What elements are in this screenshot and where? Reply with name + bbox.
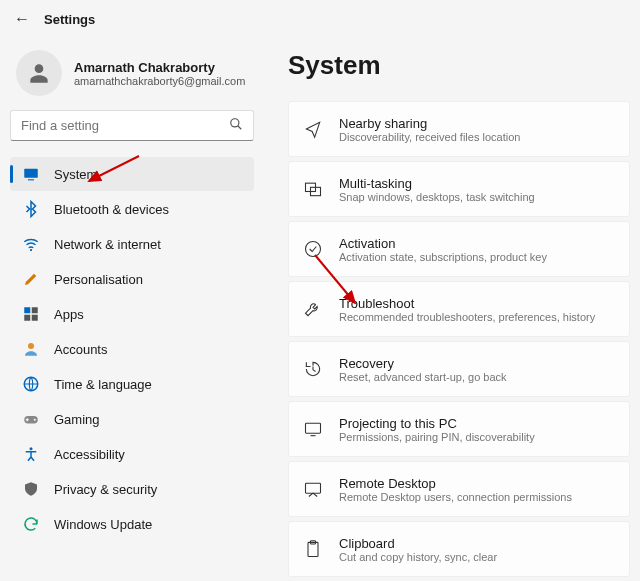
sidebar-item-apps[interactable]: Apps [10, 297, 254, 331]
card-nearby-sharing[interactable]: Nearby sharing Discoverability, received… [288, 101, 630, 157]
sidebar-item-label: Privacy & security [54, 482, 157, 497]
sidebar-item-bluetooth[interactable]: Bluetooth & devices [10, 192, 254, 226]
sidebar-item-label: Personalisation [54, 272, 143, 287]
card-title: Nearby sharing [339, 116, 520, 131]
windows-icon [303, 179, 323, 199]
svg-rect-18 [306, 483, 321, 493]
share-icon [303, 119, 323, 139]
globe-icon [22, 375, 40, 393]
search-box[interactable] [10, 110, 254, 141]
sidebar-item-update[interactable]: Windows Update [10, 507, 254, 541]
card-title: Remote Desktop [339, 476, 572, 491]
page-title: System [288, 50, 630, 81]
card-subtitle: Recommended troubleshooters, preferences… [339, 311, 595, 323]
sidebar-item-label: Network & internet [54, 237, 161, 252]
checkmark-circle-icon [303, 239, 323, 259]
sidebar-item-personalisation[interactable]: Personalisation [10, 262, 254, 296]
sidebar: Amarnath Chakraborty amarnathchakraborty… [0, 34, 258, 579]
svg-point-0 [231, 119, 239, 127]
sidebar-item-label: Accessibility [54, 447, 125, 462]
card-remote-desktop[interactable]: Remote Desktop Remote Desktop users, con… [288, 461, 630, 517]
sidebar-item-label: Gaming [54, 412, 100, 427]
card-clipboard[interactable]: Clipboard Cut and copy history, sync, cl… [288, 521, 630, 577]
card-subtitle: Permissions, pairing PIN, discoverabilit… [339, 431, 535, 443]
header-title: Settings [44, 12, 95, 27]
back-arrow-icon[interactable]: ← [14, 10, 30, 28]
svg-rect-7 [24, 315, 30, 321]
card-title: Troubleshoot [339, 296, 595, 311]
card-title: Recovery [339, 356, 507, 371]
card-projecting[interactable]: Projecting to this PC Permissions, pairi… [288, 401, 630, 457]
svg-rect-3 [28, 179, 34, 180]
svg-rect-2 [24, 169, 38, 178]
profile-block[interactable]: Amarnath Chakraborty amarnathchakraborty… [10, 44, 254, 110]
sidebar-item-label: Bluetooth & devices [54, 202, 169, 217]
svg-point-16 [306, 242, 321, 257]
project-icon [303, 419, 323, 439]
svg-point-13 [30, 447, 33, 450]
sidebar-item-label: System [54, 167, 97, 182]
sidebar-item-label: Time & language [54, 377, 152, 392]
card-subtitle: Remote Desktop users, connection permiss… [339, 491, 572, 503]
svg-rect-8 [32, 315, 38, 321]
svg-point-9 [28, 343, 34, 349]
sidebar-item-network[interactable]: Network & internet [10, 227, 254, 261]
apps-icon [22, 305, 40, 323]
sidebar-nav: System Bluetooth & devices Network & int… [10, 157, 254, 541]
card-title: Projecting to this PC [339, 416, 535, 431]
monitor-icon [22, 165, 40, 183]
history-icon [303, 359, 323, 379]
settings-card-list: Nearby sharing Discoverability, received… [288, 101, 630, 577]
sidebar-item-label: Windows Update [54, 517, 152, 532]
paint-icon [22, 270, 40, 288]
card-recovery[interactable]: Recovery Reset, advanced start-up, go ba… [288, 341, 630, 397]
sidebar-item-label: Accounts [54, 342, 107, 357]
card-subtitle: Reset, advanced start-up, go back [339, 371, 507, 383]
card-activation[interactable]: Activation Activation state, subscriptio… [288, 221, 630, 277]
card-troubleshoot[interactable]: Troubleshoot Recommended troubleshooters… [288, 281, 630, 337]
card-subtitle: Activation state, subscriptions, product… [339, 251, 547, 263]
svg-rect-17 [306, 423, 321, 433]
svg-point-12 [34, 419, 36, 421]
profile-name: Amarnath Chakraborty [74, 60, 245, 75]
svg-line-1 [238, 126, 242, 130]
sidebar-item-gaming[interactable]: Gaming [10, 402, 254, 436]
avatar [16, 50, 62, 96]
person-icon [26, 60, 52, 86]
wrench-icon [303, 299, 323, 319]
sidebar-item-accounts[interactable]: Accounts [10, 332, 254, 366]
sidebar-item-label: Apps [54, 307, 84, 322]
card-subtitle: Discoverability, received files location [339, 131, 520, 143]
card-subtitle: Cut and copy history, sync, clear [339, 551, 497, 563]
card-title: Multi-tasking [339, 176, 535, 191]
svg-point-4 [30, 249, 32, 251]
card-title: Activation [339, 236, 547, 251]
sidebar-item-accessibility[interactable]: Accessibility [10, 437, 254, 471]
svg-rect-5 [24, 307, 30, 313]
main-panel: System Nearby sharing Discoverability, r… [258, 34, 640, 579]
gamepad-icon [22, 410, 40, 428]
profile-email: amarnathchakraborty6@gmail.com [74, 75, 245, 87]
svg-rect-6 [32, 307, 38, 313]
remote-icon [303, 479, 323, 499]
sidebar-item-system[interactable]: System [10, 157, 254, 191]
sidebar-item-time[interactable]: Time & language [10, 367, 254, 401]
clipboard-icon [303, 539, 323, 559]
update-icon [22, 515, 40, 533]
search-input[interactable] [21, 118, 229, 133]
account-icon [22, 340, 40, 358]
card-subtitle: Snap windows, desktops, task switching [339, 191, 535, 203]
card-title: Clipboard [339, 536, 497, 551]
bluetooth-icon [22, 200, 40, 218]
sidebar-item-privacy[interactable]: Privacy & security [10, 472, 254, 506]
card-multitasking[interactable]: Multi-tasking Snap windows, desktops, ta… [288, 161, 630, 217]
title-bar: ← Settings [0, 0, 640, 34]
wifi-icon [22, 235, 40, 253]
search-icon [229, 117, 243, 134]
accessibility-icon [22, 445, 40, 463]
shield-icon [22, 480, 40, 498]
